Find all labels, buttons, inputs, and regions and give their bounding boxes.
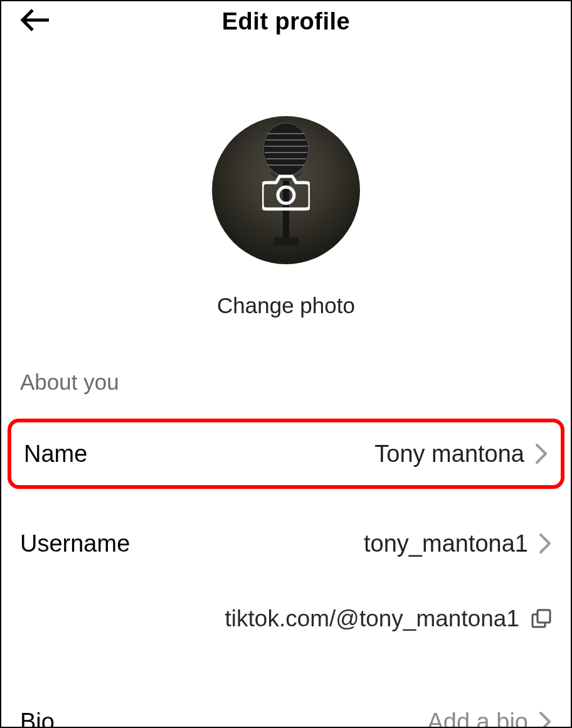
bio-row[interactable]: Bio Add a bio [1, 687, 571, 728]
profile-url-row[interactable]: tiktok.com/@tony_mantona1 [1, 606, 571, 632]
section-label-about: About you [1, 370, 571, 395]
avatar-section: Change photo [1, 116, 571, 318]
username-row[interactable]: Username tony_mantona1 [1, 509, 571, 578]
avatar[interactable] [212, 116, 360, 264]
change-photo-button[interactable]: Change photo [217, 293, 355, 318]
svg-point-0 [263, 123, 309, 176]
username-value: tony_mantona1 [130, 530, 528, 557]
name-row[interactable]: Name Tony mantona [8, 419, 564, 489]
bio-placeholder: Add a bio [55, 709, 528, 729]
arrow-left-icon [20, 8, 50, 33]
username-label: Username [20, 530, 130, 557]
back-button[interactable] [20, 8, 50, 33]
camera-icon [262, 174, 310, 211]
chevron-right-icon [534, 442, 548, 465]
profile-url-text: tiktok.com/@tony_mantona1 [225, 606, 519, 632]
svg-point-9 [278, 187, 294, 203]
name-value: Tony mantona [87, 441, 524, 468]
copy-icon [531, 608, 552, 629]
name-label: Name [24, 441, 87, 468]
page-title: Edit profile [222, 8, 350, 35]
chevron-right-icon [538, 710, 552, 728]
svg-rect-11 [538, 610, 550, 623]
bio-label: Bio [20, 709, 55, 729]
chevron-right-icon [538, 532, 552, 555]
header: Edit profile [1, 1, 571, 44]
svg-rect-8 [273, 237, 299, 246]
